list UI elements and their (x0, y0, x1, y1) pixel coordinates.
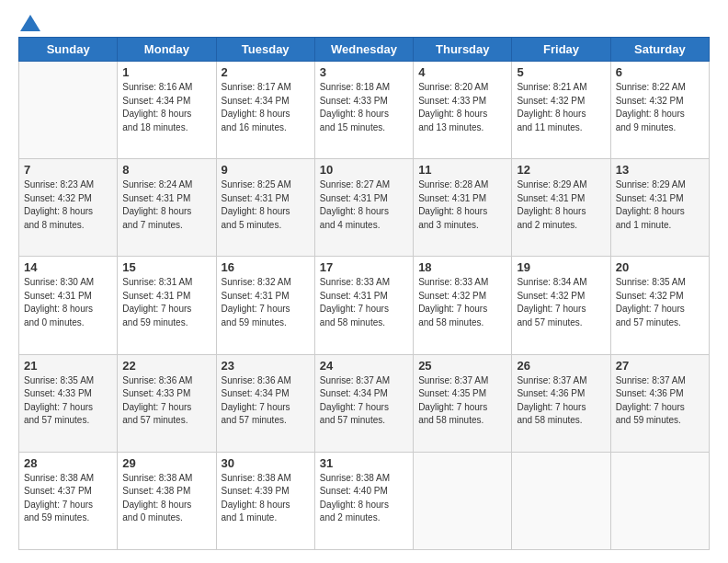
day-number: 20 (616, 260, 704, 274)
day-info: Sunrise: 8:38 AM Sunset: 4:39 PM Dayligh… (222, 472, 310, 525)
day-number: 11 (418, 163, 506, 177)
day-header-sunday: Sunday (19, 38, 118, 62)
day-number: 30 (222, 456, 310, 470)
day-info: Sunrise: 8:32 AM Sunset: 4:31 PM Dayligh… (222, 276, 310, 329)
day-info: Sunrise: 8:35 AM Sunset: 4:32 PM Dayligh… (616, 276, 704, 329)
calendar-cell: 11Sunrise: 8:28 AM Sunset: 4:31 PM Dayli… (414, 159, 512, 257)
day-info: Sunrise: 8:28 AM Sunset: 4:31 PM Dayligh… (418, 178, 506, 232)
calendar-cell: 6Sunrise: 8:22 AM Sunset: 4:32 PM Daylig… (610, 62, 709, 159)
day-info: Sunrise: 8:38 AM Sunset: 4:38 PM Dayligh… (122, 472, 210, 525)
calendar-week-row: 7Sunrise: 8:23 AM Sunset: 4:32 PM Daylig… (19, 159, 710, 257)
day-number: 5 (517, 65, 605, 79)
day-number: 19 (517, 260, 605, 274)
day-number: 9 (222, 163, 310, 177)
svg-marker-0 (20, 15, 40, 31)
day-info: Sunrise: 8:21 AM Sunset: 4:32 PM Dayligh… (517, 81, 605, 134)
calendar-week-row: 14Sunrise: 8:30 AM Sunset: 4:31 PM Dayli… (19, 257, 710, 354)
day-info: Sunrise: 8:18 AM Sunset: 4:33 PM Dayligh… (320, 81, 408, 134)
calendar-cell: 22Sunrise: 8:36 AM Sunset: 4:33 PM Dayli… (118, 354, 216, 452)
calendar-cell: 17Sunrise: 8:33 AM Sunset: 4:31 PM Dayli… (314, 257, 413, 354)
calendar-cell: 13Sunrise: 8:29 AM Sunset: 4:31 PM Dayli… (610, 159, 709, 257)
calendar-cell: 20Sunrise: 8:35 AM Sunset: 4:32 PM Dayli… (610, 257, 709, 354)
calendar-cell: 19Sunrise: 8:34 AM Sunset: 4:32 PM Dayli… (512, 257, 610, 354)
calendar-cell: 15Sunrise: 8:31 AM Sunset: 4:31 PM Dayli… (118, 257, 216, 354)
calendar-cell: 31Sunrise: 8:38 AM Sunset: 4:40 PM Dayli… (314, 452, 413, 549)
calendar-cell: 7Sunrise: 8:23 AM Sunset: 4:32 PM Daylig… (19, 159, 118, 257)
day-header-saturday: Saturday (610, 38, 709, 62)
day-number: 14 (24, 260, 112, 274)
day-info: Sunrise: 8:36 AM Sunset: 4:33 PM Dayligh… (122, 374, 210, 428)
calendar-cell: 16Sunrise: 8:32 AM Sunset: 4:31 PM Dayli… (216, 257, 314, 354)
calendar-cell: 18Sunrise: 8:33 AM Sunset: 4:32 PM Dayli… (414, 257, 512, 354)
day-header-wednesday: Wednesday (314, 38, 413, 62)
day-header-thursday: Thursday (414, 38, 512, 62)
day-number: 3 (320, 65, 408, 79)
calendar-cell (512, 452, 610, 549)
day-number: 18 (418, 260, 506, 274)
day-info: Sunrise: 8:27 AM Sunset: 4:31 PM Dayligh… (320, 178, 408, 232)
day-number: 24 (320, 359, 408, 373)
day-number: 28 (24, 456, 112, 470)
day-number: 7 (24, 163, 112, 177)
day-info: Sunrise: 8:17 AM Sunset: 4:34 PM Dayligh… (222, 81, 310, 134)
calendar-cell: 24Sunrise: 8:37 AM Sunset: 4:34 PM Dayli… (314, 354, 413, 452)
header (18, 17, 710, 28)
calendar-week-row: 21Sunrise: 8:35 AM Sunset: 4:33 PM Dayli… (19, 354, 710, 452)
day-info: Sunrise: 8:34 AM Sunset: 4:32 PM Dayligh… (517, 276, 605, 329)
calendar-cell: 8Sunrise: 8:24 AM Sunset: 4:31 PM Daylig… (118, 159, 216, 257)
calendar: SundayMondayTuesdayWednesdayThursdayFrid… (18, 37, 710, 550)
calendar-cell: 26Sunrise: 8:37 AM Sunset: 4:36 PM Dayli… (512, 354, 610, 452)
logo (18, 17, 40, 28)
day-info: Sunrise: 8:31 AM Sunset: 4:31 PM Dayligh… (122, 276, 210, 329)
day-number: 4 (418, 65, 506, 79)
day-number: 12 (517, 163, 605, 177)
day-number: 26 (517, 359, 605, 373)
day-info: Sunrise: 8:37 AM Sunset: 4:36 PM Dayligh… (616, 374, 704, 428)
calendar-cell: 10Sunrise: 8:27 AM Sunset: 4:31 PM Dayli… (314, 159, 413, 257)
day-info: Sunrise: 8:33 AM Sunset: 4:32 PM Dayligh… (418, 276, 506, 329)
day-number: 22 (122, 359, 210, 373)
calendar-cell: 1Sunrise: 8:16 AM Sunset: 4:34 PM Daylig… (118, 62, 216, 159)
day-number: 8 (122, 163, 210, 177)
calendar-cell: 3Sunrise: 8:18 AM Sunset: 4:33 PM Daylig… (314, 62, 413, 159)
calendar-cell: 30Sunrise: 8:38 AM Sunset: 4:39 PM Dayli… (216, 452, 314, 549)
calendar-cell (610, 452, 709, 549)
calendar-cell: 21Sunrise: 8:35 AM Sunset: 4:33 PM Dayli… (19, 354, 118, 452)
calendar-cell: 28Sunrise: 8:38 AM Sunset: 4:37 PM Dayli… (19, 452, 118, 549)
day-info: Sunrise: 8:38 AM Sunset: 4:37 PM Dayligh… (24, 472, 112, 525)
calendar-cell: 23Sunrise: 8:36 AM Sunset: 4:34 PM Dayli… (216, 354, 314, 452)
calendar-cell: 2Sunrise: 8:17 AM Sunset: 4:34 PM Daylig… (216, 62, 314, 159)
day-info: Sunrise: 8:22 AM Sunset: 4:32 PM Dayligh… (616, 81, 704, 134)
day-number: 1 (122, 65, 210, 79)
calendar-cell: 27Sunrise: 8:37 AM Sunset: 4:36 PM Dayli… (610, 354, 709, 452)
day-number: 29 (122, 456, 210, 470)
day-info: Sunrise: 8:37 AM Sunset: 4:34 PM Dayligh… (320, 374, 408, 428)
day-info: Sunrise: 8:37 AM Sunset: 4:35 PM Dayligh… (418, 374, 506, 428)
day-number: 15 (122, 260, 210, 274)
logo-icon (20, 15, 40, 31)
day-info: Sunrise: 8:37 AM Sunset: 4:36 PM Dayligh… (517, 374, 605, 428)
day-number: 21 (24, 359, 112, 373)
day-info: Sunrise: 8:33 AM Sunset: 4:31 PM Dayligh… (320, 276, 408, 329)
day-header-friday: Friday (512, 38, 610, 62)
day-number: 2 (222, 65, 310, 79)
calendar-cell (19, 62, 118, 159)
day-info: Sunrise: 8:20 AM Sunset: 4:33 PM Dayligh… (418, 81, 506, 134)
day-number: 25 (418, 359, 506, 373)
day-info: Sunrise: 8:29 AM Sunset: 4:31 PM Dayligh… (616, 178, 704, 232)
calendar-cell (414, 452, 512, 549)
day-header-monday: Monday (118, 38, 216, 62)
calendar-week-row: 1Sunrise: 8:16 AM Sunset: 4:34 PM Daylig… (19, 62, 710, 159)
day-info: Sunrise: 8:16 AM Sunset: 4:34 PM Dayligh… (122, 81, 210, 134)
day-info: Sunrise: 8:25 AM Sunset: 4:31 PM Dayligh… (222, 178, 310, 232)
day-header-tuesday: Tuesday (216, 38, 314, 62)
day-info: Sunrise: 8:24 AM Sunset: 4:31 PM Dayligh… (122, 178, 210, 232)
day-number: 31 (320, 456, 408, 470)
calendar-cell: 5Sunrise: 8:21 AM Sunset: 4:32 PM Daylig… (512, 62, 610, 159)
day-info: Sunrise: 8:30 AM Sunset: 4:31 PM Dayligh… (24, 276, 112, 329)
calendar-header-row: SundayMondayTuesdayWednesdayThursdayFrid… (19, 38, 710, 62)
day-number: 23 (222, 359, 310, 373)
page: SundayMondayTuesdayWednesdayThursdayFrid… (0, 0, 728, 563)
calendar-cell: 29Sunrise: 8:38 AM Sunset: 4:38 PM Dayli… (118, 452, 216, 549)
calendar-cell: 9Sunrise: 8:25 AM Sunset: 4:31 PM Daylig… (216, 159, 314, 257)
